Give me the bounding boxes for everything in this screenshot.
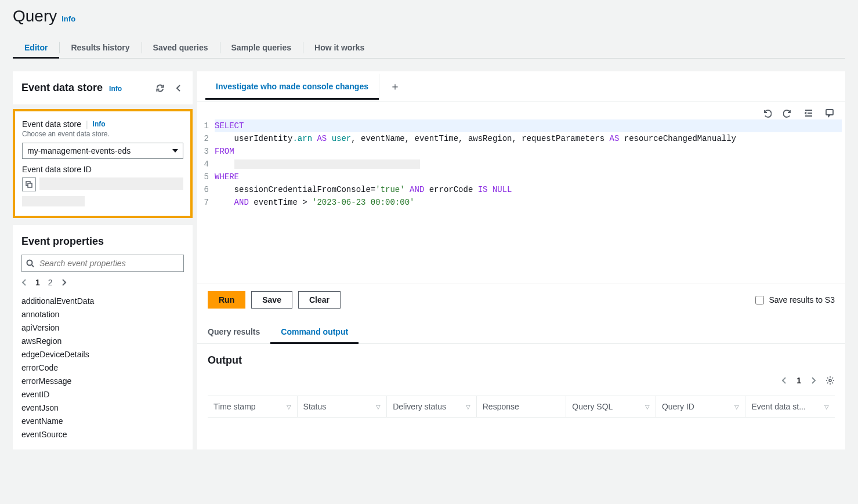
clear-button[interactable]: Clear (298, 291, 341, 309)
code-area[interactable]: SELECT userIdentity.arn AS user, eventNa… (211, 118, 845, 284)
eds-id-label: Event data store ID (22, 165, 183, 174)
save-s3-checkbox[interactable]: Save results to S3 (755, 295, 835, 304)
collapse-icon[interactable] (173, 83, 184, 93)
top-tabs: Editor Results history Saved queries Sam… (13, 37, 845, 59)
sort-icon[interactable]: ▽ (287, 404, 291, 410)
pager-page-1[interactable]: 1 (35, 278, 40, 287)
ep-item[interactable]: eventID (21, 390, 184, 399)
svg-rect-3 (826, 110, 833, 115)
tab-command-output[interactable]: Command output (270, 320, 359, 343)
output-settings-icon[interactable] (826, 376, 835, 385)
add-tab-icon[interactable]: ＋ (379, 71, 411, 101)
eds-box-info-link[interactable]: Info (93, 120, 106, 128)
th-event-data-store[interactable]: Event data st...▽ (745, 396, 835, 417)
ep-title: Event properties (21, 235, 184, 248)
query-content: Investigate who made console changes ＋ 1… (197, 71, 845, 449)
th-response[interactable]: Response (477, 396, 567, 417)
ep-item[interactable]: awsRegion (21, 336, 184, 346)
eds-box-title: Event data store (22, 119, 81, 129)
refresh-icon[interactable] (155, 83, 165, 93)
sort-icon[interactable]: ▽ (824, 404, 829, 410)
ep-item[interactable]: eventJson (21, 403, 184, 412)
search-icon (26, 259, 34, 267)
svg-point-4 (829, 379, 831, 382)
eds-box-subtitle: Choose an event data store. (22, 130, 183, 138)
sort-icon[interactable]: ▽ (645, 404, 650, 410)
ep-item[interactable]: eventName (21, 416, 184, 426)
query-tab[interactable]: Investigate who made console changes (205, 74, 379, 99)
tab-query-results[interactable]: Query results (197, 320, 270, 343)
ep-item[interactable]: errorMessage (21, 376, 184, 386)
redacted-table (234, 159, 420, 169)
search-input[interactable] (21, 255, 184, 272)
sql-editor[interactable]: 1234567 SELECT userIdentity.arn AS user,… (197, 118, 845, 284)
eds-title: Event data store Info (21, 82, 122, 94)
output-page: 1 (797, 376, 801, 385)
sort-icon[interactable]: ▽ (376, 404, 381, 410)
eds-title-text: Event data store (21, 82, 103, 93)
eds-highlight-box: Event data store | Info Choose an event … (13, 109, 193, 218)
tab-results-history[interactable]: Results history (59, 37, 141, 58)
line-gutter: 1234567 (197, 118, 211, 284)
save-s3-checkbox-input[interactable] (755, 296, 764, 304)
th-delivery-status[interactable]: Delivery status▽ (387, 396, 477, 417)
ep-item[interactable]: errorCode (21, 363, 184, 372)
comment-icon[interactable] (824, 108, 835, 118)
copy-icon[interactable] (22, 177, 36, 191)
pager-prev-icon[interactable] (21, 279, 27, 286)
save-s3-label: Save results to S3 (769, 295, 835, 304)
save-button[interactable]: Save (251, 291, 292, 309)
th-status[interactable]: Status▽ (298, 396, 388, 417)
th-query-sql[interactable]: Query SQL▽ (566, 396, 656, 417)
pager-page-2[interactable]: 2 (48, 278, 53, 287)
undo-icon[interactable] (762, 108, 772, 118)
ep-item[interactable]: eventSource (21, 430, 184, 439)
tab-saved-queries[interactable]: Saved queries (142, 37, 220, 58)
info-link[interactable]: Info (61, 14, 75, 23)
th-timestamp[interactable]: Time stamp▽ (208, 396, 298, 417)
tab-editor[interactable]: Editor (13, 37, 59, 58)
output-pager-prev-icon[interactable] (781, 377, 787, 384)
separator: | (86, 119, 88, 129)
tab-sample-queries[interactable]: Sample queries (220, 37, 303, 58)
output-table: Time stamp▽ Status▽ Delivery status▽ Res… (208, 396, 835, 418)
format-icon[interactable] (803, 108, 814, 118)
svg-point-2 (27, 260, 32, 266)
ep-item[interactable]: additionalEventData (21, 296, 184, 306)
page-title: Query (13, 7, 57, 26)
pager-next-icon[interactable] (61, 279, 67, 286)
output-pager-next-icon[interactable] (810, 377, 816, 384)
sort-icon[interactable]: ▽ (466, 404, 470, 410)
svg-rect-1 (28, 183, 32, 187)
ep-item[interactable]: annotation (21, 310, 184, 319)
eds-id-value (39, 177, 183, 190)
ep-item[interactable]: edgeDeviceDetails (21, 350, 184, 359)
eds-extra-redacted (22, 196, 85, 206)
redo-icon[interactable] (783, 108, 793, 118)
eds-info-link[interactable]: Info (109, 85, 122, 93)
eds-select[interactable]: my-management-events-eds (22, 143, 183, 159)
ep-item[interactable]: apiVersion (21, 323, 184, 332)
sort-icon[interactable]: ▽ (734, 404, 739, 410)
tab-how-it-works[interactable]: How it works (303, 37, 376, 58)
th-query-id[interactable]: Query ID▽ (656, 396, 746, 417)
run-button[interactable]: Run (208, 291, 245, 309)
event-data-store-panel: Event data store Info (13, 71, 193, 104)
output-title: Output (208, 354, 242, 367)
event-properties-panel: Event properties 1 2 additionalEventData (13, 225, 193, 449)
